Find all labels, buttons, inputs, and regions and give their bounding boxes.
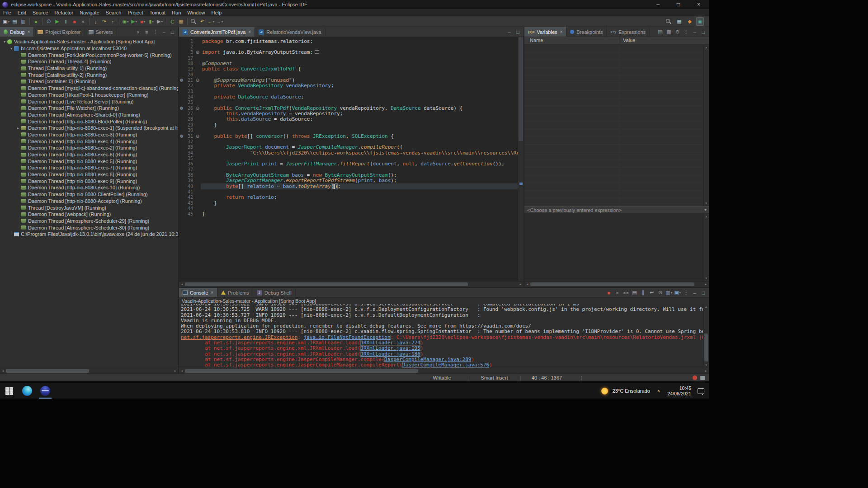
variables-row[interactable] — [524, 60, 703, 68]
debug-tree-item[interactable]: Daemon Thread [http-nio-8080-exec-3] (Ru… — [0, 131, 178, 138]
menu-item-tomcat[interactable]: Tomcat — [146, 10, 169, 15]
debug-tree-item[interactable]: Thread [Catalina-utility-2] (Running) — [0, 71, 178, 78]
fold-minus-icon[interactable]: ⊖ — [194, 134, 201, 139]
debug-tree-item[interactable]: ▾Vaadin-Application-Sales-master - Appli… — [0, 38, 178, 45]
debug-perspective-icon[interactable]: ◉ — [696, 17, 704, 26]
menu-item-help[interactable]: Help — [208, 10, 225, 15]
tab-variables[interactable]: (x)=Variables× — [524, 27, 566, 37]
debug-tree-item[interactable]: Daemon Thread [http-nio-8080-exec-6] (Ru… — [0, 151, 178, 158]
resume-icon[interactable]: ▶ — [53, 17, 61, 26]
terminate-icon[interactable]: ■ — [605, 288, 613, 297]
open-console-icon[interactable]: ▣▾ — [674, 288, 681, 297]
quick-access-search-icon[interactable] — [665, 18, 673, 25]
weather-widget[interactable]: 23°C Ensolarado — [613, 388, 650, 394]
debug-icon[interactable]: ◉▾ — [122, 17, 129, 26]
tab-problems[interactable]: Problems — [217, 288, 253, 297]
disconnect-icon[interactable]: × — [79, 17, 87, 26]
debug-tree-item[interactable]: Thread [DestroyJavaVM] (Running) — [0, 204, 178, 211]
code-text[interactable]: public ConverteJrxmlToPdf(VendaRepositor… — [201, 105, 518, 111]
save-all-icon[interactable]: ▥ — [19, 17, 27, 26]
forward-icon[interactable]: →▾ — [216, 17, 223, 26]
scroll-right-icon[interactable]: ▸ — [172, 369, 178, 373]
view-menu-icon[interactable]: ⋮ — [682, 288, 690, 297]
code-text[interactable]: @Component — [201, 61, 518, 66]
tree-expand-down-icon[interactable]: ▾ — [9, 47, 14, 51]
detail-vertical-scrollbar[interactable]: ▴ ▾ — [703, 214, 709, 281]
debug-tree-item[interactable]: Daemon Thread [http-nio-8080-exec-2] (Ru… — [0, 145, 178, 151]
column-header-name[interactable]: Name — [524, 37, 619, 44]
minimize-button[interactable]: – — [648, 0, 668, 9]
tree-expand-down-icon[interactable]: ▾ — [2, 40, 7, 44]
debug-tree-item[interactable]: C:\Program Files\Java\jdk-13.0.1\bin\jav… — [0, 231, 178, 238]
variables-row[interactable] — [524, 45, 703, 52]
variables-row[interactable] — [524, 91, 703, 99]
variables-row[interactable] — [524, 198, 703, 206]
maximize-view-icon[interactable]: □ — [699, 288, 707, 297]
close-icon[interactable]: × — [560, 29, 563, 34]
code-text[interactable]: JasperExportManager.exportReportToPdfStr… — [201, 178, 518, 183]
collapse-all-icon[interactable]: ⊖ — [674, 28, 681, 36]
scrollbar-thumb[interactable] — [704, 333, 708, 361]
notification-icon[interactable] — [693, 375, 697, 380]
scroll-down-icon[interactable]: ▾ — [703, 201, 709, 206]
scroll-lock-icon[interactable]: ∥ — [639, 288, 647, 297]
stop-server-icon[interactable]: ■▾ — [139, 17, 146, 26]
scroll-left-icon[interactable]: ◂ — [524, 282, 530, 286]
menu-item-file[interactable]: File — [0, 10, 14, 15]
variables-row[interactable] — [524, 52, 703, 60]
new-wizard-icon[interactable]: ▣▾ — [2, 17, 10, 26]
taskbar-edge-button[interactable] — [18, 383, 36, 399]
tab-expressions[interactable]: x+yExpressions — [607, 27, 650, 37]
taskbar-clock[interactable]: 10:45 24/06/2021 — [667, 385, 691, 396]
console-vertical-scrollbar[interactable]: ▴ ▾ — [703, 304, 709, 368]
code-text[interactable]: "C:\\Users\\fjd2320\\eclipse-workspace\\… — [201, 150, 518, 156]
console-horizontal-scrollbar[interactable]: ◂ ▸ — [179, 368, 709, 374]
minimize-view-icon[interactable]: – — [691, 288, 698, 297]
editor-horizontal-scrollbar[interactable]: ◂ ▸ — [179, 281, 524, 287]
code-text[interactable]: JasperReport document = JasperCompileMan… — [201, 144, 518, 150]
variables-row[interactable] — [524, 152, 703, 160]
view-menu-icon[interactable]: ⋮ — [682, 28, 690, 36]
minimize-view-icon[interactable]: – — [505, 28, 513, 36]
debug-tree-item[interactable]: Daemon Thread [http-nio-8080-exec-5] (Ru… — [0, 158, 178, 164]
start-button[interactable] — [0, 383, 18, 399]
code-text[interactable]: import java.io.ByteArrayOutputStream; — [201, 49, 518, 55]
variables-row[interactable] — [524, 106, 703, 114]
debug-tree-item[interactable]: Thread [container-0] (Running) — [0, 78, 178, 85]
java-ee-perspective-icon[interactable]: ◆ — [686, 17, 693, 26]
scroll-right-icon[interactable]: ▸ — [703, 282, 709, 286]
menu-item-navigate[interactable]: Navigate — [76, 10, 102, 15]
show-type-names-icon[interactable]: ▤ — [656, 28, 664, 36]
variables-row[interactable] — [524, 183, 703, 191]
fold-minus-icon[interactable]: ⊖ — [194, 78, 201, 83]
column-header-value[interactable]: Value — [619, 37, 709, 44]
scroll-up-icon[interactable]: ▴ — [703, 45, 709, 50]
spring-boot-dashboard-icon[interactable]: ● — [32, 17, 40, 26]
code-text[interactable]: } — [201, 211, 518, 217]
variables-row[interactable] — [524, 75, 703, 83]
editor-tab-convertejrxmltopdf-java[interactable]: JConverteJrxmlToPdf.java× — [179, 27, 255, 37]
tab-console[interactable]: Console× — [179, 288, 217, 297]
maximize-view-icon[interactable]: □ — [514, 28, 522, 36]
minimize-view-icon[interactable]: – — [160, 28, 168, 36]
variables-horizontal-scrollbar[interactable]: ◂ ▸ — [524, 281, 709, 287]
debug-tree-item[interactable]: Daemon Thread [http-nio-8080-exec-7] (Ru… — [0, 164, 178, 171]
open-perspective-icon[interactable]: ▦ — [675, 17, 683, 26]
code-text[interactable]: public byte[] conversor() throws JRExcep… — [201, 133, 518, 139]
view-settings-icon[interactable]: ≡ — [143, 28, 151, 36]
scroll-left-icon[interactable]: ◂ — [0, 369, 6, 373]
code-text[interactable]: this.vendaRepository = vendaRepository; — [201, 111, 518, 117]
taskbar-eclipse-button[interactable] — [36, 383, 54, 399]
code-text[interactable]: JasperPrint print = JasperFillManager.fi… — [201, 161, 518, 167]
status-insert-mode[interactable]: Smart Insert — [468, 375, 520, 380]
code-text[interactable]: private VendaRepository vendaRepository; — [201, 83, 518, 89]
scroll-right-icon[interactable]: ▸ — [703, 369, 709, 373]
variables-vertical-scrollbar[interactable]: ▴ ▾ — [703, 45, 709, 206]
new-java-package-icon[interactable]: ▦ — [177, 17, 185, 26]
close-button[interactable]: × — [689, 0, 709, 9]
last-edit-location-icon[interactable]: ↶ — [198, 17, 206, 26]
step-return-icon[interactable]: ↑ — [109, 17, 117, 26]
debug-tree-item[interactable]: Daemon Thread [http-nio-8080-exec-8] (Ru… — [0, 171, 178, 178]
save-icon[interactable]: ▤ — [11, 17, 19, 26]
scroll-up-icon[interactable]: ▴ — [703, 214, 709, 219]
